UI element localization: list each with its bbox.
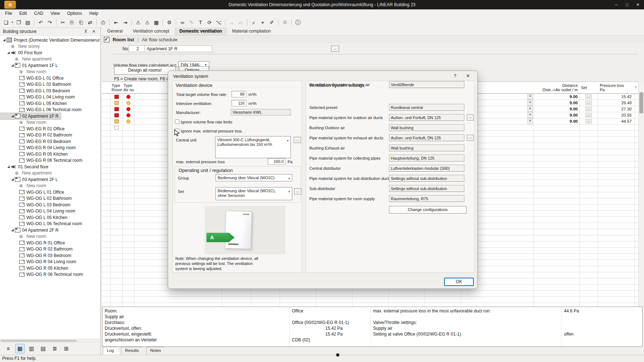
- dialog-close-icon[interactable]: ✕: [464, 73, 472, 79]
- bottom-tab[interactable]: Notes: [146, 347, 167, 355]
- tree-item[interactable]: WG-OG L 06 Technical room: [0, 221, 84, 227]
- warnings-icon[interactable]: ⚠: [134, 18, 143, 26]
- ignore-flow-limits-checkbox[interactable]: [175, 119, 179, 124]
- tree-item[interactable]: New room: [0, 69, 49, 75]
- chevron-down-icon[interactable]: [527, 106, 533, 112]
- scrollbar-thumb[interactable]: [1, 340, 77, 342]
- expander-icon[interactable]: [15, 82, 19, 87]
- set-more-button[interactable]: ...: [585, 113, 592, 117]
- distance-value[interactable]: 9.00: [534, 100, 580, 106]
- tree-item[interactable]: New room: [0, 119, 49, 126]
- apartment-number-input[interactable]: 2: [129, 45, 147, 52]
- redo-icon[interactable]: ↷: [45, 18, 54, 26]
- settings-value-field[interactable]: Außen- und Fortluft, DN 125: [389, 114, 464, 121]
- row-selector[interactable]: [102, 125, 110, 131]
- tree-item[interactable]: WG-EG R 04 Living room: [0, 145, 78, 151]
- view-grid-icon[interactable]: ▦: [15, 344, 25, 353]
- paste-icon[interactable]: ⎗: [76, 18, 85, 26]
- row-selector[interactable]: [102, 106, 110, 112]
- cut-icon[interactable]: ✂: [58, 18, 67, 26]
- expander-icon[interactable]: [15, 203, 19, 207]
- minimize-button[interactable]: –: [611, 0, 622, 9]
- tree-item[interactable]: WG-OG R 03 Bedroom: [0, 252, 74, 259]
- tree-item[interactable]: WG-OG R 02 Bathroom: [0, 246, 75, 253]
- menu-item[interactable]: Help: [86, 10, 102, 17]
- set-more-button[interactable]: ...: [585, 119, 592, 123]
- expander-icon[interactable]: [15, 127, 19, 131]
- expander-icon[interactable]: [15, 266, 19, 270]
- expander-icon[interactable]: [15, 76, 19, 80]
- tree-item[interactable]: WG-EG L 03 Bedroom: [0, 88, 72, 94]
- bottom-tab[interactable]: Results: [121, 347, 145, 355]
- menu-item[interactable]: Options: [63, 10, 85, 17]
- expander-icon[interactable]: [11, 228, 15, 232]
- tree-item[interactable]: WG-OG R 05 Kitchen: [0, 265, 70, 272]
- link-icon[interactable]: ∞: [178, 18, 187, 26]
- expander-icon[interactable]: [15, 139, 19, 144]
- settings-value-field[interactable]: Settings without sub-distribution: [389, 175, 464, 182]
- info-icon[interactable]: ⓘ: [293, 18, 302, 26]
- expander-icon[interactable]: [15, 247, 19, 251]
- set-more-button[interactable]: ...: [585, 101, 592, 105]
- room-list-checkbox[interactable]: [104, 37, 109, 42]
- expander-icon[interactable]: [15, 272, 19, 277]
- pin-icon[interactable]: ⊼: [83, 28, 89, 35]
- tree-item[interactable]: 01 Apartment 1F L: [0, 62, 60, 69]
- tree-item[interactable]: WG-OG L 05 Kitchen: [0, 214, 70, 221]
- dock-right-icon[interactable]: ⇥: [121, 18, 130, 26]
- tree-item[interactable]: 03 Apartment 2F L: [0, 176, 60, 183]
- central-unit-select[interactable]: Vitovent 300-C Lüftungsgerät, Luftvolume…: [215, 136, 291, 158]
- tab[interactable]: Domestic ventilation: [174, 28, 227, 35]
- hierarchy-icon[interactable]: ⌥: [214, 18, 223, 26]
- dock-left-icon[interactable]: ⇤: [112, 18, 121, 26]
- expander-icon[interactable]: [11, 114, 15, 118]
- chevron-down-icon[interactable]: [527, 119, 533, 124]
- expander-icon[interactable]: [15, 190, 19, 194]
- tree-item[interactable]: New room: [0, 183, 49, 189]
- tree-item[interactable]: WG-OG L 01 Office: [0, 189, 66, 195]
- settings-value-field[interactable]: Außen- und Fortluft, DN 125: [389, 134, 464, 141]
- settings-value-field[interactable]: Raumverteilung, R75: [389, 195, 464, 202]
- expander-icon[interactable]: [7, 165, 11, 169]
- row-selector[interactable]: [102, 94, 110, 100]
- tree-item[interactable]: 02 Apartment 1F R: [0, 113, 61, 119]
- expander-icon[interactable]: [15, 260, 19, 264]
- tree-item[interactable]: WG-EG L 01 Office: [0, 75, 66, 81]
- expander-icon[interactable]: [15, 253, 19, 258]
- tab[interactable]: General: [102, 28, 128, 35]
- expander-icon[interactable]: [7, 51, 11, 55]
- manufacturer-field[interactable]: Viessmann KWL: [231, 109, 291, 115]
- settings-more-button[interactable]: ...: [467, 114, 474, 121]
- tree-item[interactable]: WG-EG R 02 Bathroom: [0, 132, 74, 139]
- expander-icon[interactable]: [15, 215, 19, 220]
- set-more-button[interactable]: ...: [585, 94, 592, 99]
- tab[interactable]: Ventilation concept: [128, 28, 175, 35]
- close-button[interactable]: ✕: [632, 0, 643, 9]
- tab[interactable]: Material compilation: [227, 28, 276, 35]
- settings-value-field[interactable]: Wall bushing: [389, 124, 464, 131]
- total-flow-input[interactable]: 89: [231, 91, 246, 97]
- menu-item[interactable]: View: [47, 10, 63, 17]
- distance-value[interactable]: 9.00: [534, 94, 580, 100]
- distance-value[interactable]: 9.00: [534, 106, 580, 112]
- apartment-more-button[interactable]: ...: [331, 46, 339, 52]
- eyedropper-icon[interactable]: ✐: [267, 18, 276, 26]
- tree-item[interactable]: WG-EG L 04 Living room: [0, 94, 77, 101]
- scrollbar-thumb[interactable]: [639, 92, 643, 113]
- set-more-button[interactable]: ...: [294, 188, 301, 194]
- menu-item[interactable]: File: [1, 10, 16, 17]
- expander-icon[interactable]: [15, 241, 19, 245]
- expander-icon[interactable]: [15, 184, 19, 188]
- zoom-target-icon[interactable]: ⌖: [258, 18, 267, 26]
- tree-item[interactable]: WG-EG R 06 Technical room: [0, 157, 85, 164]
- chevron-down-icon[interactable]: [527, 113, 533, 118]
- delete-icon[interactable]: ♲: [280, 18, 289, 26]
- text-tool-icon[interactable]: T: [196, 18, 205, 26]
- set-select[interactable]: Bedienung über Vitocal (WO1C), ohne Sens…: [216, 187, 292, 200]
- tree-item[interactable]: WG-EG L 06 Technical room: [0, 107, 84, 113]
- measure-area-icon[interactable]: ▱: [236, 18, 245, 26]
- tree-item[interactable]: New apartment: [0, 56, 54, 63]
- tree-item[interactable]: WG-EG R 05 Kitchen: [0, 151, 70, 157]
- settings-gear-icon[interactable]: ⚙: [165, 18, 174, 26]
- expander-icon[interactable]: [15, 158, 19, 163]
